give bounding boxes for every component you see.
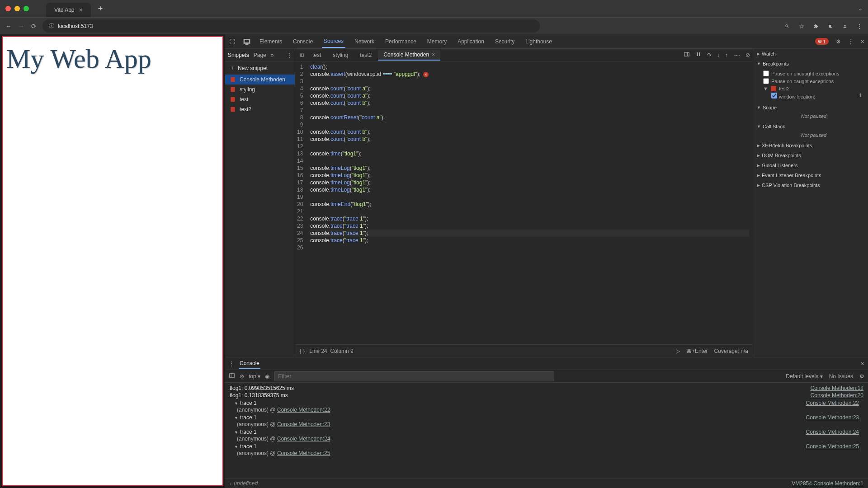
console-tab[interactable]: Console xyxy=(239,358,260,369)
csp-section[interactable]: ▶CSP Violation Breakpoints xyxy=(753,180,868,190)
minimize-window-icon[interactable] xyxy=(14,6,20,11)
pause-uncaught-checkbox[interactable]: Pause on uncaught exceptions xyxy=(763,70,864,77)
back-icon[interactable]: ← xyxy=(5,22,13,30)
snippet-item[interactable]: Console Methoden xyxy=(225,75,295,84)
log-source-link[interactable]: Console Methoden:20 xyxy=(811,392,863,399)
trace-link[interactable]: Console Methoden:23 xyxy=(277,421,330,427)
tab-application[interactable]: Application xyxy=(456,36,486,47)
inspect-icon[interactable] xyxy=(229,38,236,45)
scope-section[interactable]: ▼Scope xyxy=(753,103,868,113)
extensions-icon[interactable] xyxy=(812,22,820,30)
new-snippet-button[interactable]: ＋ New snippet xyxy=(225,61,295,75)
tab-lighthouse[interactable]: Lighthouse xyxy=(524,36,554,47)
tab-performance[interactable]: Performance xyxy=(383,36,418,47)
reload-icon[interactable]: ⟳ xyxy=(30,22,38,30)
maximize-window-icon[interactable] xyxy=(24,6,29,11)
kebab-icon[interactable]: ⋮ xyxy=(229,361,234,367)
filter-input[interactable] xyxy=(274,371,554,381)
tab-sources[interactable]: Sources xyxy=(322,35,345,48)
trace-link[interactable]: Console Methoden:24 xyxy=(277,436,330,442)
editor-tab[interactable]: test xyxy=(307,50,326,60)
levels-selector[interactable]: Default levels ▾ xyxy=(786,373,822,380)
code-editor[interactable]: 1234567891011121314151617181920212223242… xyxy=(295,61,753,344)
trace-link[interactable]: Console Methoden:25 xyxy=(277,450,330,456)
trace-head[interactable]: ▼trace 1 xyxy=(234,414,257,421)
snippet-item[interactable]: styling xyxy=(225,84,295,94)
device-icon[interactable] xyxy=(243,38,250,45)
event-section[interactable]: ▶Event Listener Breakpoints xyxy=(753,170,868,180)
pretty-print-icon[interactable]: { } xyxy=(300,348,305,354)
tab-memory[interactable]: Memory xyxy=(425,36,448,47)
toggle-navigator-icon[interactable] xyxy=(298,51,306,59)
editor-tab-active[interactable]: Console Methoden× xyxy=(378,50,440,61)
code-body[interactable]: clear();console.assert(window.app.id ===… xyxy=(307,61,753,344)
bookmark-icon[interactable]: ☆ xyxy=(797,22,806,30)
menu-icon[interactable]: ⋮ xyxy=(855,22,863,30)
clear-console-icon[interactable]: ⊘ xyxy=(240,373,244,380)
trace-head[interactable]: ▼trace 1 xyxy=(234,443,257,450)
context-selector[interactable]: top ▾ xyxy=(249,373,260,380)
trace-link[interactable]: Console Methoden:22 xyxy=(277,407,330,413)
run-icon[interactable]: ▷ xyxy=(676,348,680,354)
site-info-icon[interactable]: ⓘ xyxy=(49,22,54,30)
step-icon[interactable]: →· xyxy=(733,52,740,58)
toggle-sidebar-icon[interactable] xyxy=(684,51,690,59)
breakpoint-line[interactable]: window.location; 1 xyxy=(763,92,864,100)
forward-icon[interactable]: → xyxy=(17,22,25,30)
url-field[interactable]: ⓘ localhost:5173 xyxy=(42,19,540,33)
panel-icon[interactable] xyxy=(826,22,835,30)
log-source-link[interactable]: Console Methoden:25 xyxy=(806,443,859,450)
snippet-item[interactable]: test xyxy=(225,94,295,104)
log-source-link[interactable]: Console Methoden:18 xyxy=(811,385,863,391)
close-tab-icon[interactable]: × xyxy=(432,52,435,58)
tab-console[interactable]: Console xyxy=(291,36,315,47)
close-drawer-icon[interactable]: × xyxy=(861,360,864,367)
error-marker-icon[interactable]: × xyxy=(423,72,429,77)
deactivate-breakpoints-icon[interactable]: ⊘ xyxy=(745,52,750,58)
tab-network[interactable]: Network xyxy=(353,36,376,47)
return-src[interactable]: VM2854 Console Methoden:1 xyxy=(792,480,863,487)
editor-tab[interactable]: styling xyxy=(327,50,354,60)
pause-icon[interactable] xyxy=(695,51,702,59)
log-source-link[interactable]: Console Methoden:24 xyxy=(806,429,859,435)
toggle-sidebar-icon[interactable] xyxy=(229,372,235,380)
step-over-icon[interactable]: ↷ xyxy=(707,52,712,58)
snippet-item[interactable]: test2 xyxy=(225,104,295,114)
chevron-down-icon[interactable]: ⌄ xyxy=(858,5,863,12)
breakpoints-section[interactable]: ▼Breakpoints xyxy=(753,59,868,69)
profile-icon[interactable] xyxy=(841,22,849,30)
dom-section[interactable]: ▶DOM Breakpoints xyxy=(753,150,868,160)
step-into-icon[interactable]: ↓ xyxy=(717,52,720,58)
settings-icon[interactable]: ⚙ xyxy=(836,38,841,45)
close-tab-icon[interactable]: × xyxy=(79,6,82,14)
xhr-section[interactable]: ▶XHR/fetch Breakpoints xyxy=(753,141,868,150)
error-count-badge[interactable]: ⊗ 1 xyxy=(815,38,829,45)
tab-elements[interactable]: Elements xyxy=(258,36,284,47)
trace-head[interactable]: ▼trace 1 xyxy=(234,400,257,406)
browser-tab[interactable]: Vite App × xyxy=(46,3,91,17)
log-source-link[interactable]: Console Methoden:22 xyxy=(806,400,859,406)
issues-label[interactable]: No Issues xyxy=(829,373,853,380)
editor-tab[interactable]: test2 xyxy=(354,50,377,60)
console-output[interactable]: tlog1: 0.099853515625 msConsole Methoden… xyxy=(225,383,868,479)
console-settings-icon[interactable]: ⚙ xyxy=(859,373,864,380)
kebab-icon[interactable]: ⋮ xyxy=(287,52,292,58)
close-window-icon[interactable] xyxy=(5,6,11,11)
more-tabs-icon[interactable]: » xyxy=(271,52,274,58)
watch-section[interactable]: ▶Watch xyxy=(753,49,868,59)
close-icon[interactable]: × xyxy=(861,38,864,45)
callstack-section[interactable]: ▼Call Stack xyxy=(753,122,868,131)
tab-security[interactable]: Security xyxy=(493,36,516,47)
new-tab-button[interactable]: + xyxy=(98,4,103,14)
zoom-icon[interactable] xyxy=(783,22,791,30)
tab-snippets[interactable]: Snippets xyxy=(228,52,249,58)
step-out-icon[interactable]: ↑ xyxy=(725,52,728,58)
global-section[interactable]: ▶Global Listeners xyxy=(753,160,868,170)
more-icon[interactable]: ⋮ xyxy=(848,38,854,45)
breakpoint-file[interactable]: ▼test2 xyxy=(763,85,864,92)
tab-page[interactable]: Page xyxy=(254,52,266,58)
trace-head[interactable]: ▼trace 1 xyxy=(234,429,257,435)
pause-caught-checkbox[interactable]: Pause on caught exceptions xyxy=(763,77,864,85)
log-source-link[interactable]: Console Methoden:23 xyxy=(806,414,859,421)
live-expression-icon[interactable]: ◉ xyxy=(265,373,269,380)
